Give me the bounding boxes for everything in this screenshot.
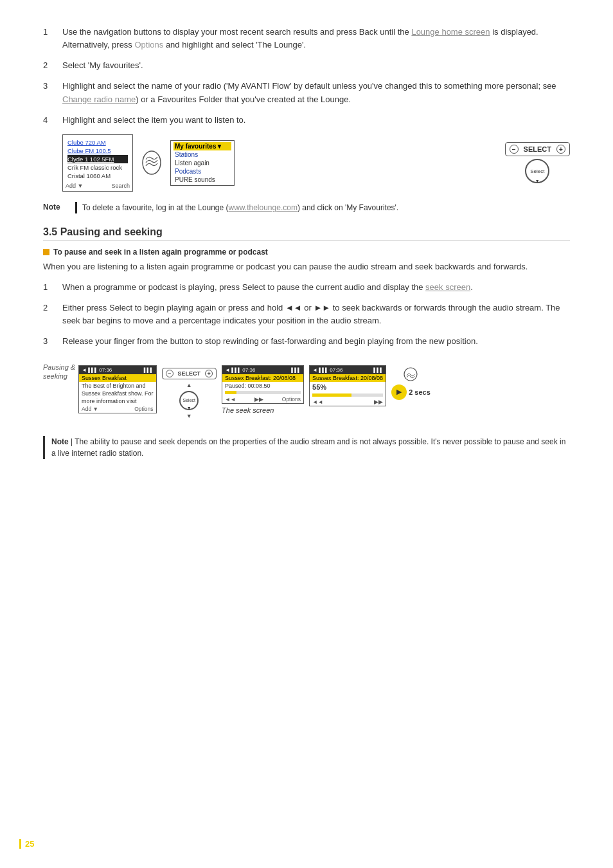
secs-label: 2 secs xyxy=(409,388,431,396)
seek-select-controls: − SELECT + ▲ Select ▼ xyxy=(162,368,217,419)
seek-select-panel: − SELECT + xyxy=(162,368,217,379)
ss1-row3: more information visit xyxy=(79,397,156,405)
the-lounge-quote: 'The Lounge' xyxy=(256,40,303,50)
seek-select-text: Select xyxy=(183,398,195,402)
step-content: Use the navigation buttons to display yo… xyxy=(62,26,570,51)
add-footer: Add ▼ xyxy=(66,183,83,189)
select-label: SELECT xyxy=(521,145,554,153)
step-content: Highlight and select the item you want t… xyxy=(62,114,570,127)
screen1-wrapper: ◄ ▌▌▌ 07:36 ▌▌▌ Sussex Breakfast The Bes… xyxy=(78,365,157,413)
seek-screen-3: ◄ ▌▌▌ 07:36 ▌▌▌ Sussex Breakfast: 20/08/… xyxy=(309,365,386,406)
favourites-diagram: Clube 720 AM Clube FM 100.5 Clyde 1 102.… xyxy=(62,134,570,192)
step-number: 4 xyxy=(43,114,62,127)
note-text: To delete a favourite, log in at the Lou… xyxy=(82,202,398,213)
subsection-heading: To pause and seek in a listen again prog… xyxy=(43,248,570,257)
seek-diagram-area: Pausing &seeking ◄ ▌▌▌ 07:36 ▌▌▌ Sussex … xyxy=(43,356,570,426)
ss3-nav: ◄ ▌▌▌ 07:36 xyxy=(312,367,342,373)
note-1: Note To delete a favourite, log in at th… xyxy=(43,202,570,213)
ss3-footer: ◄◄ ▶▶ xyxy=(310,398,386,406)
secs-with-icon: ▶ 2 secs xyxy=(391,365,431,400)
screen-row-crikfm: Crik FM classic rock xyxy=(67,163,128,172)
note2-text: The ability to pause and seek depends on… xyxy=(51,437,565,458)
seek-select-dial[interactable]: Select xyxy=(179,391,199,410)
step-4: 4 Highlight and select the item you want… xyxy=(43,114,570,127)
seek-diagram-row: ◄ ▌▌▌ 07:36 ▌▌▌ Sussex Breakfast The Bes… xyxy=(78,365,570,419)
secs-indicator: ▶ 2 secs xyxy=(391,384,431,400)
hand-icon-svg xyxy=(402,365,420,383)
note-bar xyxy=(75,202,77,213)
secs-wrapper: ▶ 2 secs xyxy=(391,365,431,404)
ss2-nav: ◄ ▌▌▌ 07:36 xyxy=(225,367,255,373)
step-number: 1 xyxy=(43,281,62,294)
lounge-url-link[interactable]: www.thelounge.com xyxy=(229,203,298,212)
radio-body xyxy=(139,147,164,179)
step-number: 2 xyxy=(43,302,62,327)
ss2-footer: ◄◄ ▶▶ Options xyxy=(222,395,303,403)
svg-point-1 xyxy=(404,368,417,381)
ss1-footer: Add ▼ Options xyxy=(79,405,156,413)
step-content: Either press Select to begin playing aga… xyxy=(62,302,570,327)
screen2-wrapper: ◄ ▌▌▌ 07:36 ▌▌▌ Sussex Breakfast: 20/08/… xyxy=(222,365,304,414)
ss3-ff: ▶▶ xyxy=(374,399,383,405)
down-arrow-icon: ▼ xyxy=(186,413,192,419)
fav-menu-screen: My favourites▼ Stations Listen again Pod… xyxy=(170,140,235,186)
ss3-rw: ◄◄ xyxy=(312,399,323,405)
ss1-row1: The Best of Brighton and xyxy=(79,382,156,390)
ss1-row2: Sussex Breakfast show. For xyxy=(79,390,156,397)
seek-diagrams: ◄ ▌▌▌ 07:36 ▌▌▌ Sussex Breakfast The Bes… xyxy=(78,356,570,426)
bullet-icon xyxy=(43,249,49,255)
section-35-heading: 3.5 Pausing and seeking xyxy=(43,226,570,241)
select-dial[interactable]: Select xyxy=(525,159,549,183)
ss3-progress-fill xyxy=(312,393,351,397)
ss2-signal: ▌▌▌ xyxy=(291,367,301,373)
ss1-options: Options xyxy=(134,406,153,412)
intro-steps: 1 Use the navigation buttons to display … xyxy=(43,26,570,127)
seek-arrows: ▲ xyxy=(186,382,192,388)
step-3: 3 Highlight and select the name of your … xyxy=(43,80,570,105)
step-1: 1 Use the navigation buttons to display … xyxy=(43,26,570,51)
ss2-paused: Paused: 00:08.50 xyxy=(222,382,303,390)
ss2-header: ◄ ▌▌▌ 07:36 ▌▌▌ xyxy=(222,366,303,374)
ss2-rw: ◄◄ xyxy=(225,396,236,402)
plus-button[interactable]: + xyxy=(556,145,565,154)
ss2-ff: ▶▶ xyxy=(254,396,263,402)
fav-row-listen: Listen again xyxy=(173,159,231,167)
ss2-highlight: Sussex Breakfast: 20/08/08 xyxy=(222,374,303,382)
note-2: Note | The ability to pause and seek dep… xyxy=(43,436,570,459)
ss2-progress-container xyxy=(222,390,303,395)
seek-plus-button[interactable]: + xyxy=(205,370,213,377)
step-content: Highlight and select the name of your ra… xyxy=(62,80,570,105)
seek-minus-button[interactable]: − xyxy=(166,370,173,377)
subsection-label: To pause and seek in a listen again prog… xyxy=(53,248,268,257)
step-number: 2 xyxy=(43,59,62,72)
ss2-progress-fill xyxy=(225,391,236,394)
fav-row-stations: Stations xyxy=(173,150,231,159)
pausing-seeking-label: Pausing &seeking xyxy=(43,356,78,381)
step-number: 3 xyxy=(43,80,62,105)
seek-screen-caption: The seek screen xyxy=(222,406,274,414)
select-text: Select xyxy=(530,168,544,174)
select-controls: − SELECT + Select xyxy=(505,142,570,183)
ss1-signal: ▌▌▌ xyxy=(144,367,154,373)
step-content: Release your finger from the button to s… xyxy=(62,335,570,348)
note-label: Note xyxy=(43,202,75,212)
step-number: 1 xyxy=(43,26,62,51)
ss2-progress-bar xyxy=(225,391,301,394)
seek-select-label: SELECT xyxy=(176,370,203,377)
step-2: 2 Select 'My favourites'. xyxy=(43,59,570,72)
seek-steps: 1 When a programme or podcast is playing… xyxy=(43,281,570,348)
ss3-highlight: Sussex Breakfast: 20/08/08 xyxy=(310,374,386,382)
svg-point-0 xyxy=(143,151,161,174)
screen-row-clube720: Clube 720 AM xyxy=(67,138,128,147)
seek-step-2: 2 Either press Select to begin playing a… xyxy=(43,302,570,327)
lounge-home-screen-link: Lounge home screen xyxy=(411,27,490,37)
page-number: 25 xyxy=(19,839,34,849)
minus-button[interactable]: − xyxy=(510,145,519,154)
section-intro-text: When you are listening to a listen again… xyxy=(43,260,570,273)
ss3-progress-container xyxy=(310,392,386,398)
select-panel: − SELECT + xyxy=(505,142,570,156)
fav-row-pure: PURE sounds xyxy=(173,176,231,184)
ss3-signal: ▌▌▌ xyxy=(373,367,383,373)
ss1-add: Add ▼ xyxy=(82,406,98,412)
search-footer: Search xyxy=(111,183,130,189)
